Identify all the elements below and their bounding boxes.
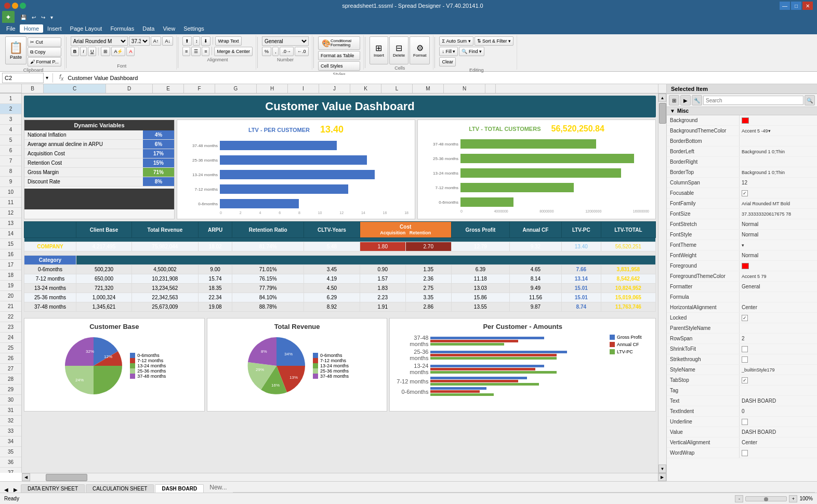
- zoom-slider-thumb[interactable]: [764, 497, 768, 501]
- menu-formulas[interactable]: Formulas: [106, 24, 138, 33]
- prop-foreground-theme[interactable]: ForegroundThemeColor Accent 5 79: [667, 271, 817, 282]
- prop-style-name[interactable]: StyleName _builtinStyle179: [667, 365, 817, 375]
- row-25[interactable]: 25: [0, 343, 21, 353]
- row-13[interactable]: 13: [0, 218, 21, 229]
- row-32[interactable]: 32: [0, 416, 21, 426]
- zoom-slider[interactable]: [745, 496, 787, 501]
- prop-foreground[interactable]: Foreground: [667, 261, 817, 271]
- prop-font-weight[interactable]: FontWeight Normal: [667, 250, 817, 261]
- row-21[interactable]: 21: [0, 301, 21, 312]
- italic-button[interactable]: I: [80, 47, 87, 56]
- prop-border-bottom[interactable]: BorderBottom: [667, 136, 817, 147]
- row-8[interactable]: 8: [0, 166, 21, 177]
- prop-font-theme[interactable]: FontTheme ▾: [667, 240, 817, 250]
- row-33[interactable]: 33: [0, 426, 21, 436]
- row-29[interactable]: 29: [0, 384, 21, 395]
- row-1[interactable]: 1: [0, 94, 21, 104]
- col-header-l[interactable]: L: [381, 84, 413, 93]
- row-5[interactable]: 5: [0, 135, 21, 145]
- prop-border-left[interactable]: BorderLeft Background 1 0;Thin: [667, 147, 817, 157]
- prop-font-style[interactable]: FontStyle Normal: [667, 230, 817, 240]
- align-bottom-btn[interactable]: ⬇: [201, 36, 210, 46]
- insert-cells-btn[interactable]: ⊞ Insert: [370, 36, 388, 64]
- menu-settings[interactable]: Settings: [179, 24, 208, 33]
- fill-color-button[interactable]: A⚡: [111, 47, 125, 56]
- row-16[interactable]: 16: [0, 249, 21, 260]
- row-4[interactable]: 4: [0, 125, 21, 135]
- menu-home[interactable]: Home: [20, 24, 43, 33]
- prop-border-right[interactable]: BorderRight: [667, 157, 817, 167]
- format-painter-button[interactable]: 🖌 Format P...: [28, 57, 61, 67]
- scroll-thumb-h[interactable]: [46, 474, 87, 481]
- clear-btn[interactable]: Clear: [439, 57, 456, 67]
- prop-focusable[interactable]: Focusable: [667, 188, 817, 198]
- row-30[interactable]: 30: [0, 395, 21, 405]
- row-23[interactable]: 23: [0, 322, 21, 333]
- prop-tab-stop[interactable]: TabStop: [667, 375, 817, 386]
- col-header-h[interactable]: H: [257, 84, 288, 93]
- panel-icon-btn-2[interactable]: ▶: [680, 95, 691, 105]
- underline-checkbox[interactable]: [742, 419, 748, 425]
- align-middle-btn[interactable]: ↕: [193, 36, 201, 46]
- menu-file[interactable]: File: [2, 24, 20, 33]
- col-header-g[interactable]: G: [215, 84, 257, 93]
- scroll-left-btn[interactable]: ◀: [22, 473, 30, 481]
- row-7[interactable]: 7: [0, 156, 21, 166]
- row-17[interactable]: 17: [0, 260, 21, 270]
- horizontal-scrollbar[interactable]: ◀ ▶: [22, 473, 666, 481]
- paste-button[interactable]: 📋 Paste: [5, 36, 27, 64]
- col-header-extra[interactable]: [485, 84, 496, 93]
- row-28[interactable]: 28: [0, 374, 21, 384]
- strikethrough-checkbox[interactable]: [742, 356, 748, 363]
- redo-quick-btn[interactable]: ↪: [39, 14, 47, 21]
- prop-formatter[interactable]: Formatter General: [667, 282, 817, 292]
- align-center-btn[interactable]: ☰: [191, 47, 201, 56]
- col-header-n[interactable]: N: [444, 84, 485, 93]
- cell-styles-btn[interactable]: Cell Styles: [318, 61, 360, 71]
- prop-font-family[interactable]: FontFamily Arial Rounded MT Bold: [667, 198, 817, 209]
- name-box[interactable]: [2, 73, 44, 83]
- format-cells-btn[interactable]: ⚙ Format: [410, 36, 430, 64]
- wordwrap-checkbox[interactable]: [742, 450, 748, 456]
- font-name-select[interactable]: Arial Rounded M: [71, 36, 128, 46]
- prop-word-wrap[interactable]: WordWrap: [667, 448, 817, 458]
- row-14[interactable]: 14: [0, 229, 21, 239]
- row-6[interactable]: 6: [0, 145, 21, 156]
- close-button[interactable]: ✕: [802, 2, 813, 10]
- row-36[interactable]: 36: [0, 457, 21, 468]
- border-button[interactable]: ⊞: [101, 47, 110, 56]
- scroll-thumb-v[interactable]: [659, 103, 666, 124]
- vertical-scrollbar[interactable]: ▲ ▼: [658, 94, 666, 473]
- decrease-font-btn[interactable]: A↓: [162, 36, 173, 46]
- row-9[interactable]: 9: [0, 177, 21, 187]
- col-header-j[interactable]: J: [319, 84, 350, 93]
- row-3[interactable]: 3: [0, 114, 21, 125]
- prop-formula[interactable]: Formula: [667, 292, 817, 302]
- sheet-tab-new[interactable]: New...: [205, 482, 231, 493]
- underline-button[interactable]: U: [88, 47, 97, 56]
- sheet-tab-calculation[interactable]: CALCULATION SHEET: [86, 484, 154, 493]
- focusable-checkbox[interactable]: [742, 190, 748, 196]
- prop-background-theme[interactable]: BackgroundThemeColor Accent 5 -49 ▾: [667, 126, 817, 136]
- prop-column-span[interactable]: ColumnSpan 12: [667, 178, 817, 188]
- decrease-decimal-btn[interactable]: ←.0: [295, 47, 309, 56]
- zoom-out-btn[interactable]: -: [735, 495, 743, 502]
- bold-button[interactable]: B: [71, 47, 80, 56]
- prop-border-top[interactable]: BorderTop Background 1 0;Thin: [667, 167, 817, 178]
- row-35[interactable]: 35: [0, 447, 21, 457]
- panel-search-btn[interactable]: 🔍: [805, 95, 815, 105]
- maximize-button[interactable]: □: [791, 2, 801, 10]
- row-26[interactable]: 26: [0, 353, 21, 364]
- col-header-i[interactable]: I: [288, 84, 319, 93]
- cells-area[interactable]: Customer Value Dashboard Dynamic Variabl…: [22, 94, 658, 473]
- font-size-select[interactable]: 37.3: [129, 36, 150, 46]
- prop-row-span[interactable]: RowSpan 2: [667, 334, 817, 344]
- menu-page-layout[interactable]: Page Layout: [66, 24, 107, 33]
- row-22[interactable]: 22: [0, 312, 21, 322]
- formula-input[interactable]: [68, 75, 815, 81]
- format-as-table-btn[interactable]: Format as Table: [318, 51, 360, 60]
- panel-icon-btn-3[interactable]: 🔧: [692, 95, 702, 105]
- scroll-up-btn[interactable]: ▲: [658, 94, 666, 102]
- font-color-button[interactable]: A: [126, 47, 135, 56]
- row-27[interactable]: 27: [0, 364, 21, 374]
